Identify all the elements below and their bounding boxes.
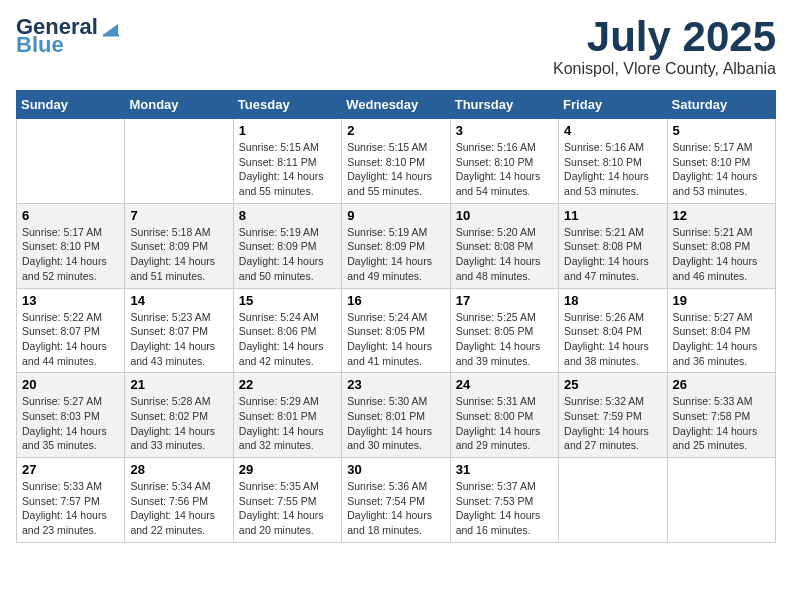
header-row: SundayMondayTuesdayWednesdayThursdayFrid… <box>17 91 776 119</box>
col-header-saturday: Saturday <box>667 91 775 119</box>
day-number: 31 <box>456 462 553 477</box>
day-number: 4 <box>564 123 661 138</box>
week-row-3: 13Sunrise: 5:22 AMSunset: 8:07 PMDayligh… <box>17 288 776 373</box>
day-cell: 19Sunrise: 5:27 AMSunset: 8:04 PMDayligh… <box>667 288 775 373</box>
day-info: Sunrise: 5:31 AMSunset: 8:00 PMDaylight:… <box>456 394 553 453</box>
day-number: 19 <box>673 293 770 308</box>
day-cell: 7Sunrise: 5:18 AMSunset: 8:09 PMDaylight… <box>125 203 233 288</box>
day-cell: 8Sunrise: 5:19 AMSunset: 8:09 PMDaylight… <box>233 203 341 288</box>
day-cell: 22Sunrise: 5:29 AMSunset: 8:01 PMDayligh… <box>233 373 341 458</box>
day-number: 1 <box>239 123 336 138</box>
calendar-table: SundayMondayTuesdayWednesdayThursdayFrid… <box>16 90 776 543</box>
page-header: General Blue July 2025 Konispol, Vlore C… <box>16 16 776 78</box>
day-number: 28 <box>130 462 227 477</box>
day-number: 6 <box>22 208 119 223</box>
day-cell: 14Sunrise: 5:23 AMSunset: 8:07 PMDayligh… <box>125 288 233 373</box>
logo-icon <box>100 16 122 38</box>
day-cell: 16Sunrise: 5:24 AMSunset: 8:05 PMDayligh… <box>342 288 450 373</box>
day-info: Sunrise: 5:36 AMSunset: 7:54 PMDaylight:… <box>347 479 444 538</box>
day-info: Sunrise: 5:37 AMSunset: 7:53 PMDaylight:… <box>456 479 553 538</box>
day-info: Sunrise: 5:34 AMSunset: 7:56 PMDaylight:… <box>130 479 227 538</box>
day-info: Sunrise: 5:24 AMSunset: 8:06 PMDaylight:… <box>239 310 336 369</box>
day-info: Sunrise: 5:21 AMSunset: 8:08 PMDaylight:… <box>673 225 770 284</box>
day-number: 20 <box>22 377 119 392</box>
day-cell: 17Sunrise: 5:25 AMSunset: 8:05 PMDayligh… <box>450 288 558 373</box>
day-cell <box>667 458 775 543</box>
day-cell: 18Sunrise: 5:26 AMSunset: 8:04 PMDayligh… <box>559 288 667 373</box>
day-number: 21 <box>130 377 227 392</box>
week-row-4: 20Sunrise: 5:27 AMSunset: 8:03 PMDayligh… <box>17 373 776 458</box>
day-cell: 5Sunrise: 5:17 AMSunset: 8:10 PMDaylight… <box>667 119 775 204</box>
day-number: 10 <box>456 208 553 223</box>
day-cell: 23Sunrise: 5:30 AMSunset: 8:01 PMDayligh… <box>342 373 450 458</box>
day-cell: 3Sunrise: 5:16 AMSunset: 8:10 PMDaylight… <box>450 119 558 204</box>
day-info: Sunrise: 5:19 AMSunset: 8:09 PMDaylight:… <box>239 225 336 284</box>
day-number: 24 <box>456 377 553 392</box>
day-info: Sunrise: 5:27 AMSunset: 8:03 PMDaylight:… <box>22 394 119 453</box>
day-number: 9 <box>347 208 444 223</box>
day-info: Sunrise: 5:32 AMSunset: 7:59 PMDaylight:… <box>564 394 661 453</box>
day-cell: 27Sunrise: 5:33 AMSunset: 7:57 PMDayligh… <box>17 458 125 543</box>
day-number: 25 <box>564 377 661 392</box>
day-number: 16 <box>347 293 444 308</box>
day-number: 15 <box>239 293 336 308</box>
day-number: 5 <box>673 123 770 138</box>
day-cell: 20Sunrise: 5:27 AMSunset: 8:03 PMDayligh… <box>17 373 125 458</box>
day-number: 30 <box>347 462 444 477</box>
day-info: Sunrise: 5:29 AMSunset: 8:01 PMDaylight:… <box>239 394 336 453</box>
col-header-wednesday: Wednesday <box>342 91 450 119</box>
day-number: 26 <box>673 377 770 392</box>
day-info: Sunrise: 5:33 AMSunset: 7:57 PMDaylight:… <box>22 479 119 538</box>
day-number: 13 <box>22 293 119 308</box>
day-cell: 30Sunrise: 5:36 AMSunset: 7:54 PMDayligh… <box>342 458 450 543</box>
day-cell: 25Sunrise: 5:32 AMSunset: 7:59 PMDayligh… <box>559 373 667 458</box>
day-number: 3 <box>456 123 553 138</box>
svg-rect-1 <box>103 34 119 37</box>
location-title: Konispol, Vlore County, Albania <box>553 60 776 78</box>
day-number: 23 <box>347 377 444 392</box>
day-cell <box>125 119 233 204</box>
day-info: Sunrise: 5:28 AMSunset: 8:02 PMDaylight:… <box>130 394 227 453</box>
day-cell: 2Sunrise: 5:15 AMSunset: 8:10 PMDaylight… <box>342 119 450 204</box>
day-cell: 11Sunrise: 5:21 AMSunset: 8:08 PMDayligh… <box>559 203 667 288</box>
day-info: Sunrise: 5:18 AMSunset: 8:09 PMDaylight:… <box>130 225 227 284</box>
day-info: Sunrise: 5:19 AMSunset: 8:09 PMDaylight:… <box>347 225 444 284</box>
day-cell: 9Sunrise: 5:19 AMSunset: 8:09 PMDaylight… <box>342 203 450 288</box>
logo: General Blue <box>16 16 122 56</box>
day-cell: 28Sunrise: 5:34 AMSunset: 7:56 PMDayligh… <box>125 458 233 543</box>
day-info: Sunrise: 5:25 AMSunset: 8:05 PMDaylight:… <box>456 310 553 369</box>
day-number: 22 <box>239 377 336 392</box>
day-info: Sunrise: 5:30 AMSunset: 8:01 PMDaylight:… <box>347 394 444 453</box>
day-cell: 24Sunrise: 5:31 AMSunset: 8:00 PMDayligh… <box>450 373 558 458</box>
day-cell: 10Sunrise: 5:20 AMSunset: 8:08 PMDayligh… <box>450 203 558 288</box>
col-header-sunday: Sunday <box>17 91 125 119</box>
day-cell: 4Sunrise: 5:16 AMSunset: 8:10 PMDaylight… <box>559 119 667 204</box>
day-info: Sunrise: 5:22 AMSunset: 8:07 PMDaylight:… <box>22 310 119 369</box>
day-info: Sunrise: 5:33 AMSunset: 7:58 PMDaylight:… <box>673 394 770 453</box>
day-cell: 6Sunrise: 5:17 AMSunset: 8:10 PMDaylight… <box>17 203 125 288</box>
day-number: 11 <box>564 208 661 223</box>
day-info: Sunrise: 5:15 AMSunset: 8:10 PMDaylight:… <box>347 140 444 199</box>
day-info: Sunrise: 5:24 AMSunset: 8:05 PMDaylight:… <box>347 310 444 369</box>
day-info: Sunrise: 5:26 AMSunset: 8:04 PMDaylight:… <box>564 310 661 369</box>
day-number: 14 <box>130 293 227 308</box>
day-cell: 13Sunrise: 5:22 AMSunset: 8:07 PMDayligh… <box>17 288 125 373</box>
day-number: 27 <box>22 462 119 477</box>
day-cell: 12Sunrise: 5:21 AMSunset: 8:08 PMDayligh… <box>667 203 775 288</box>
week-row-5: 27Sunrise: 5:33 AMSunset: 7:57 PMDayligh… <box>17 458 776 543</box>
day-number: 7 <box>130 208 227 223</box>
day-info: Sunrise: 5:27 AMSunset: 8:04 PMDaylight:… <box>673 310 770 369</box>
day-info: Sunrise: 5:35 AMSunset: 7:55 PMDaylight:… <box>239 479 336 538</box>
day-number: 29 <box>239 462 336 477</box>
day-info: Sunrise: 5:17 AMSunset: 8:10 PMDaylight:… <box>22 225 119 284</box>
logo-text-blue: Blue <box>16 34 64 56</box>
day-cell: 31Sunrise: 5:37 AMSunset: 7:53 PMDayligh… <box>450 458 558 543</box>
col-header-monday: Monday <box>125 91 233 119</box>
day-cell: 1Sunrise: 5:15 AMSunset: 8:11 PMDaylight… <box>233 119 341 204</box>
day-info: Sunrise: 5:20 AMSunset: 8:08 PMDaylight:… <box>456 225 553 284</box>
day-info: Sunrise: 5:16 AMSunset: 8:10 PMDaylight:… <box>564 140 661 199</box>
month-title: July 2025 <box>553 16 776 58</box>
day-number: 12 <box>673 208 770 223</box>
day-info: Sunrise: 5:16 AMSunset: 8:10 PMDaylight:… <box>456 140 553 199</box>
day-cell <box>17 119 125 204</box>
